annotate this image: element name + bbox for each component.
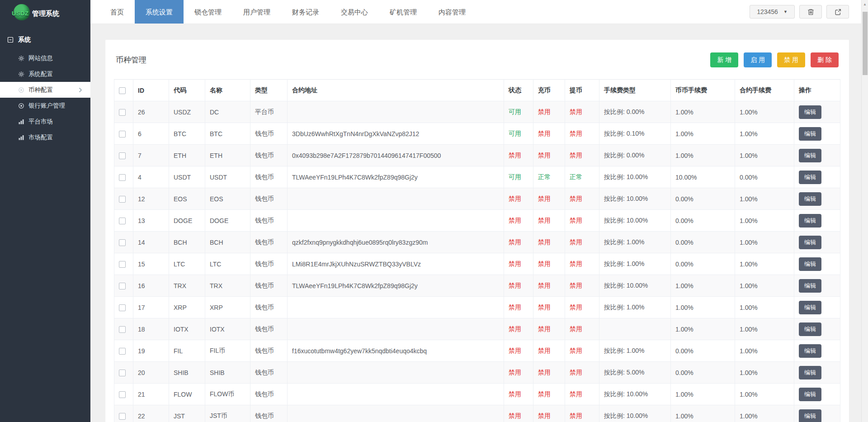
row-checkbox[interactable] (119, 413, 126, 420)
status-badge: 禁用 (538, 260, 551, 267)
cell-status: 可用 (504, 101, 533, 123)
edit-button[interactable]: 编辑 (799, 409, 821, 422)
user-dropdown[interactable]: 123456 ▼ (750, 5, 795, 19)
cell-type: 钱包币 (250, 297, 288, 318)
nav-tab-content-management[interactable]: 内容管理 (428, 0, 476, 24)
cell-contract-address: TLWAeeYFn19LPh4K7C8Wk2fpZ89q98Gj2y (288, 166, 504, 188)
trash-icon (807, 8, 815, 16)
cell-contract-address: LMi8R1E4mrJkjXUhNzuSRWZTBQ33yVBLVz (288, 253, 504, 275)
status-badge: 禁用 (538, 130, 551, 137)
nav-tab-trade-center[interactable]: 交易中心 (330, 0, 379, 24)
status-badge: 禁用 (509, 217, 521, 224)
edit-button[interactable]: 编辑 (799, 192, 821, 206)
row-checkbox[interactable] (119, 348, 126, 355)
row-checkbox[interactable] (119, 239, 126, 246)
cell-status: 禁用 (504, 253, 533, 275)
edit-button[interactable]: 编辑 (799, 257, 821, 271)
status-badge: 禁用 (509, 303, 521, 311)
status-badge: 禁用 (509, 347, 521, 354)
nav-tab-user-management[interactable]: 用户管理 (232, 0, 281, 24)
cell-fee-type: 按比例: 10.00% (599, 275, 671, 297)
row-checkbox[interactable] (119, 218, 126, 224)
cell-name: BCH (205, 232, 250, 253)
page-title: 币种管理 (116, 55, 146, 65)
page-scrollbar[interactable]: ▲ (861, 0, 868, 422)
enable-button[interactable]: 启 用 (744, 52, 772, 67)
cell-code: XRP (169, 297, 205, 318)
select-all-cell (114, 80, 133, 101)
sidebar-item-label: 平台市场 (28, 118, 53, 126)
nav-tab-lock-management[interactable]: 锁仓管理 (184, 0, 232, 24)
status-badge: 禁用 (570, 130, 582, 137)
row-checkbox[interactable] (119, 261, 126, 268)
column-header-3: 类型 (250, 80, 288, 101)
row-checkbox[interactable] (119, 283, 126, 289)
cell-actions: 编辑 (794, 405, 840, 422)
cell-select (114, 188, 133, 210)
table-row: 4USDTUSDT钱包币TLWAeeYFn19LPh4K7C8Wk2fpZ89q… (114, 166, 840, 188)
sidebar-item-market-config[interactable]: 市场配置 (0, 129, 90, 145)
row-checkbox[interactable] (119, 131, 126, 138)
sidebar-item-bank-account-management[interactable]: 银行账户管理 (0, 98, 90, 114)
scroll-up-arrow[interactable]: ▲ (862, 0, 868, 6)
edit-button[interactable]: 编辑 (799, 388, 821, 401)
disable-button[interactable]: 禁 用 (777, 52, 805, 67)
row-checkbox[interactable] (119, 196, 126, 203)
cell-code: BTC (169, 123, 205, 145)
edit-button[interactable]: 编辑 (799, 279, 821, 293)
select-all-checkbox[interactable] (119, 87, 126, 94)
row-checkbox[interactable] (119, 304, 126, 311)
status-badge: 禁用 (570, 390, 582, 398)
column-header-5: 状态 (504, 80, 533, 101)
cell-fee-type: 按比例: 1.00% (599, 232, 671, 253)
cell-select (114, 123, 133, 145)
sidebar-item-site-info[interactable]: 网站信息 (0, 50, 90, 66)
nav-tab-system-settings[interactable]: 系统设置 (135, 0, 184, 24)
content-card: 币种管理 新 增启 用禁 用删 除 ID代码名称类型合约地址状态充币提币手续费类… (105, 40, 849, 422)
edit-button[interactable]: 编辑 (799, 322, 821, 336)
status-badge: 禁用 (570, 217, 582, 224)
status-badge: 禁用 (538, 390, 551, 398)
logout-button[interactable] (826, 5, 849, 19)
row-checkbox[interactable] (119, 174, 126, 181)
edit-button[interactable]: 编辑 (799, 127, 821, 141)
row-checkbox[interactable] (119, 109, 126, 116)
cell-deposit: 禁用 (533, 340, 565, 362)
status-badge: 禁用 (538, 108, 551, 115)
row-checkbox[interactable] (119, 152, 126, 159)
table-row: 6BTCBTC钱包币3DbUz6WwhRtXgTnN4nrDgXkVaNZvp8… (114, 123, 840, 145)
sidebar-group-system[interactable]: 系统 (0, 24, 90, 50)
nav-tab-miner-management[interactable]: 矿机管理 (379, 0, 428, 24)
row-checkbox[interactable] (119, 391, 126, 398)
edit-button[interactable]: 编辑 (799, 301, 821, 314)
column-header-7: 提币 (565, 80, 599, 101)
cell-deposit: 禁用 (533, 362, 565, 384)
column-header-11: 操作 (794, 80, 840, 101)
cell-coin-fee: 1.00% (671, 318, 735, 340)
sidebar-item-platform-market[interactable]: 平台市场 (0, 114, 90, 129)
edit-button[interactable]: 编辑 (799, 366, 821, 379)
cell-fee-type (599, 318, 671, 340)
edit-button[interactable]: 编辑 (799, 171, 821, 184)
add-button[interactable]: 新 增 (710, 52, 738, 67)
row-checkbox[interactable] (119, 370, 126, 376)
status-badge: 可用 (509, 108, 521, 115)
edit-button[interactable]: 编辑 (799, 105, 821, 119)
nav-tab-home[interactable]: 首页 (99, 0, 135, 24)
edit-button[interactable]: 编辑 (799, 344, 821, 358)
edit-button[interactable]: 编辑 (799, 214, 821, 228)
sidebar-item-coin-config[interactable]: 币种配置 (0, 82, 90, 98)
edit-button[interactable]: 编辑 (799, 149, 821, 162)
clear-cache-button[interactable] (799, 5, 822, 19)
cell-id: 20 (133, 362, 169, 384)
row-checkbox[interactable] (119, 326, 126, 333)
edit-button[interactable]: 编辑 (799, 236, 821, 249)
cell-name: USDT (205, 166, 250, 188)
cell-type: 钱包币 (250, 362, 288, 384)
nav-tab-finance-records[interactable]: 财务记录 (281, 0, 330, 24)
cell-fee-type: 按比例: 10.00% (599, 188, 671, 210)
delete-button[interactable]: 删 除 (811, 52, 839, 67)
scrollbar-thumb[interactable] (863, 12, 868, 75)
cell-coin-fee: 0.00% (671, 232, 735, 253)
sidebar-item-system-config[interactable]: 系统配置 (0, 66, 90, 82)
